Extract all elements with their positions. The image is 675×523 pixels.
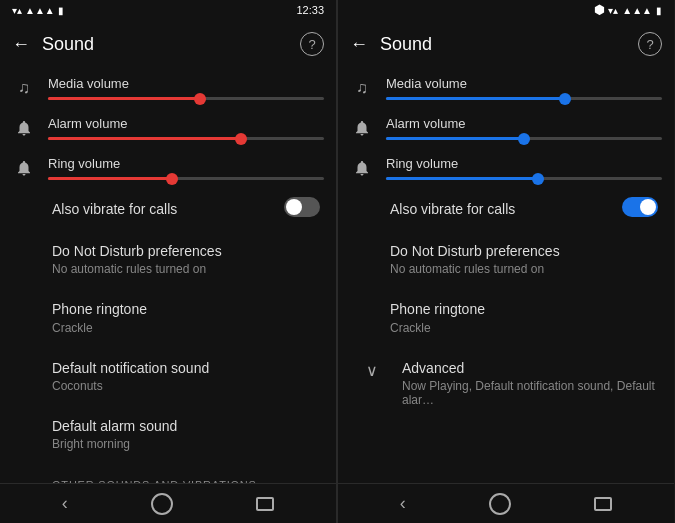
right-ringtone-item[interactable]: Phone ringtone Crackle: [338, 288, 674, 346]
left-ring-slider[interactable]: [48, 177, 324, 180]
left-alarm-sound-title: Default alarm sound: [52, 417, 320, 435]
right-media-volume-label: Media volume: [386, 76, 662, 91]
right-alarm-thumb[interactable]: [518, 133, 530, 145]
right-alarm-volume-label: Alarm volume: [386, 116, 662, 131]
right-battery-icon: ▮: [656, 5, 662, 16]
left-nav-back[interactable]: ‹: [62, 493, 68, 514]
right-dnd-title: Do Not Disturb preferences: [390, 242, 658, 260]
left-alarm-slider[interactable]: [48, 137, 324, 140]
left-dnd-title: Do Not Disturb preferences: [52, 242, 320, 260]
left-media-icon: ♫: [12, 79, 36, 97]
left-scroll-area[interactable]: ♫ Media volume Alarm volume: [0, 68, 336, 483]
right-dnd-subtitle: No automatic rules turned on: [390, 262, 658, 276]
left-media-volume-label: Media volume: [48, 76, 324, 91]
right-bottom-nav: ‹: [338, 483, 674, 523]
left-alarm-sound-subtitle: Bright morning: [52, 437, 320, 451]
right-advanced-chevron: ∨: [354, 359, 390, 380]
right-wifi-icon: ▾▴: [608, 5, 618, 16]
left-nav-home[interactable]: [151, 493, 173, 515]
right-signal-icon: ▲▲▲: [622, 5, 652, 16]
left-vibrate-item[interactable]: Also vibrate for calls: [0, 188, 336, 230]
left-media-slider[interactable]: [48, 97, 324, 100]
right-advanced-item[interactable]: ∨ Advanced Now Playing, Default notifica…: [338, 347, 674, 419]
right-ring-fill: [386, 177, 538, 180]
left-media-fill: [48, 97, 200, 100]
right-media-thumb[interactable]: [559, 93, 571, 105]
left-dnd-item[interactable]: Do Not Disturb preferences No automatic …: [0, 230, 336, 288]
left-page-title: Sound: [42, 34, 300, 55]
left-nav-recents[interactable]: [256, 497, 274, 511]
right-media-icon: ♫: [350, 79, 374, 97]
right-advanced-title: Advanced: [402, 359, 658, 377]
left-time: 12:33: [296, 4, 324, 16]
right-scroll-area[interactable]: ♫ Media volume Alarm volume: [338, 68, 674, 483]
left-vibrate-knob: [286, 199, 302, 215]
right-status-bar: ⬢ ▾▴ ▲▲▲ ▮: [338, 0, 674, 20]
right-advanced-content: Advanced Now Playing, Default notificati…: [402, 359, 658, 407]
right-vibrate-item[interactable]: Also vibrate for calls: [338, 188, 674, 230]
right-alarm-volume-content: Alarm volume: [386, 116, 662, 140]
right-alarm-slider[interactable]: [386, 137, 662, 140]
right-nav-recents[interactable]: [594, 497, 612, 511]
right-ring-slider[interactable]: [386, 177, 662, 180]
left-alarm-sound-item[interactable]: Default alarm sound Bright morning: [0, 405, 336, 463]
right-vibrate-toggle[interactable]: [622, 197, 658, 217]
right-nav-back[interactable]: ‹: [400, 493, 406, 514]
left-other-sounds-header: OTHER SOUNDS AND VIBRATIONS: [0, 463, 336, 483]
right-media-volume-content: Media volume: [386, 76, 662, 100]
right-vibrate-knob: [640, 199, 656, 215]
left-back-button[interactable]: ←: [12, 34, 30, 55]
left-alarm-volume-content: Alarm volume: [48, 116, 324, 140]
right-ring-volume-label: Ring volume: [386, 156, 662, 171]
right-phone-panel: ⬢ ▾▴ ▲▲▲ ▮ ← Sound ? ♫ Media volume: [337, 0, 674, 523]
right-alarm-fill: [386, 137, 524, 140]
left-vibrate-toggle[interactable]: [284, 197, 320, 217]
right-media-fill: [386, 97, 565, 100]
right-page-title: Sound: [380, 34, 638, 55]
left-vibrate-title: Also vibrate for calls: [52, 200, 320, 218]
right-top-bar: ← Sound ?: [338, 20, 674, 68]
right-media-volume-item: ♫ Media volume: [338, 68, 674, 108]
left-ringtone-subtitle: Crackle: [52, 321, 320, 335]
left-ring-icon: [12, 159, 36, 177]
left-notif-sound-item[interactable]: Default notification sound Coconuts: [0, 347, 336, 405]
left-media-thumb[interactable]: [194, 93, 206, 105]
right-bluetooth-icon: ⬢: [594, 3, 604, 17]
left-notif-sound-title: Default notification sound: [52, 359, 320, 377]
left-vibrate-toggle-container[interactable]: [284, 197, 320, 221]
right-help-button[interactable]: ?: [638, 32, 662, 56]
right-ringtone-subtitle: Crackle: [390, 321, 658, 335]
left-ring-thumb[interactable]: [166, 173, 178, 185]
left-media-volume-item: ♫ Media volume: [0, 68, 336, 108]
left-alarm-fill: [48, 137, 241, 140]
right-ringtone-title: Phone ringtone: [390, 300, 658, 318]
right-advanced-subtitle: Now Playing, Default notification sound,…: [402, 379, 658, 407]
right-alarm-icon: [350, 119, 374, 137]
left-ring-volume-content: Ring volume: [48, 156, 324, 180]
right-media-slider[interactable]: [386, 97, 662, 100]
left-ring-fill: [48, 177, 172, 180]
right-ring-icon: [350, 159, 374, 177]
right-alarm-volume-item: Alarm volume: [338, 108, 674, 148]
right-dnd-item[interactable]: Do Not Disturb preferences No automatic …: [338, 230, 674, 288]
left-alarm-volume-item: Alarm volume: [0, 108, 336, 148]
left-media-volume-content: Media volume: [48, 76, 324, 100]
right-nav-home[interactable]: [489, 493, 511, 515]
left-alarm-thumb[interactable]: [235, 133, 247, 145]
left-wifi-icon: ▾▴: [12, 5, 22, 16]
left-alarm-volume-label: Alarm volume: [48, 116, 324, 131]
left-bottom-nav: ‹: [0, 483, 336, 523]
left-phone-panel: ▾▴ ▲▲▲ ▮ 12:33 ← Sound ? ♫ Media volume: [0, 0, 337, 523]
left-ringtone-title: Phone ringtone: [52, 300, 320, 318]
right-ring-volume-item: Ring volume: [338, 148, 674, 188]
left-dnd-subtitle: No automatic rules turned on: [52, 262, 320, 276]
right-ring-thumb[interactable]: [532, 173, 544, 185]
right-back-button[interactable]: ←: [350, 34, 368, 55]
left-ring-volume-label: Ring volume: [48, 156, 324, 171]
left-signal-icon: ▲▲▲: [25, 5, 55, 16]
right-vibrate-toggle-container[interactable]: [622, 197, 658, 221]
left-help-button[interactable]: ?: [300, 32, 324, 56]
left-ringtone-item[interactable]: Phone ringtone Crackle: [0, 288, 336, 346]
left-notif-sound-subtitle: Coconuts: [52, 379, 320, 393]
right-ring-volume-content: Ring volume: [386, 156, 662, 180]
